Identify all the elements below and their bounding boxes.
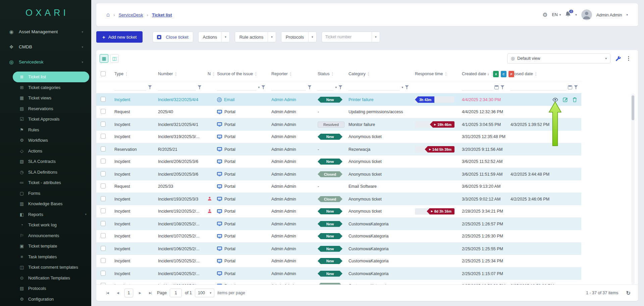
sidebar-item-sla-contracts[interactable]: ▧SLA Contracts [0,156,91,167]
ticket-row[interactable]: Request2025/33PortalAdmin Admin-Email So… [96,180,581,193]
filter-input-reporter[interactable] [271,84,306,91]
sidebar-section-servicedesk[interactable]: ◎Servicedesk▾ [0,54,91,70]
sidebar-item-ticket-approvals[interactable]: ☑Ticket Approvals [0,114,91,125]
chevron-down-icon[interactable]: ▾ [221,32,229,42]
sidebar-item-notification-templates[interactable]: ⊙Notification Templates [0,273,91,283]
row-checkbox[interactable] [101,146,106,151]
ticket-row[interactable]: IncydentIncident/319/2025/3/...PortalAdm… [96,131,581,143]
sidebar-item-ticket-list[interactable]: ≣Ticket list [13,72,89,82]
row-checkbox[interactable] [101,271,106,276]
chevron-down-icon[interactable]: ▾ [335,86,337,89]
ticket-row[interactable]: IncydentIncident/107/2025/2/...PortalAdm… [96,230,581,243]
calendar-icon[interactable] [494,85,499,89]
sidebar-item-ticket-categories[interactable]: ⊞Ticket categories [0,82,91,93]
select-all-checkbox[interactable] [101,71,106,76]
language-selector[interactable]: EN ▾ [552,12,561,17]
row-checkbox[interactable] [101,171,106,176]
filter-input-number[interactable] [158,84,196,91]
export-pdf-icon[interactable]: P [508,71,514,77]
filter-input-source-of-the-issue[interactable] [217,84,256,91]
filter-funnel-icon[interactable] [148,85,152,89]
ticket-row[interactable]: IncydentIncident/106/2025/2/...PortalAdm… [96,243,581,255]
column-menu-icon[interactable]: ⋮ [124,72,128,76]
edit-ticket-icon[interactable] [563,97,568,102]
ticket-row[interactable]: Request2025/40PortalAdmin Admin-Updating… [96,106,581,118]
breadcrumb-link-servicedesk[interactable]: ServiceDesk [119,12,143,17]
column-menu-icon[interactable]: ⋮ [367,72,371,76]
notifications-button[interactable]: 0 [565,11,571,18]
filter-input-type[interactable] [114,84,146,91]
row-checkbox[interactable] [101,196,106,201]
sidebar-item-announcements[interactable]: ⚐Announcements [0,230,91,241]
chevron-down-icon[interactable]: ▾ [268,32,276,42]
vertical-scrollbar[interactable] [631,93,635,285]
filter-funnel-icon[interactable] [198,85,202,89]
row-checkbox[interactable] [101,134,106,139]
ticket-row[interactable]: IncydentIncident/193/2025/3/3PortalAdmin… [96,193,581,205]
ticket-row[interactable]: IncydentIncident/322/2025/4/4@EmailAdmin… [96,93,581,106]
ticket-row[interactable]: ReservationR/2025/21PortalAdmin Admin-Re… [96,143,581,156]
column-menu-icon[interactable]: ⋮ [254,72,258,76]
more-options-icon[interactable]: ⋮ [626,55,631,61]
filter-input-created-date[interactable] [462,84,493,91]
column-menu-icon[interactable]: ⋮ [289,72,293,76]
row-checkbox[interactable] [101,122,106,127]
sidebar-item-ticket-attributes[interactable]: ≔Ticket - attributes [0,177,91,188]
row-checkbox[interactable] [101,183,106,188]
column-menu-icon[interactable]: ⋮ [534,72,538,76]
rule-actions-dropdown[interactable]: Rule actions ▾ [235,32,276,42]
sidebar-item-sla-definitions[interactable]: ◷SLA Definitions [0,167,91,178]
delete-ticket-icon[interactable] [573,97,577,102]
filter-funnel-icon[interactable] [261,85,265,89]
ticket-row[interactable]: IncydentIncident/192/2025/2/...PortalAdm… [96,205,581,218]
export-csv-icon[interactable]: C [501,71,506,77]
settings-gear-icon[interactable]: ⚙ [542,11,547,18]
sidebar-item-configuration[interactable]: ⚙Configuration [0,294,91,305]
current-page-button[interactable]: 1 [124,289,133,297]
chevron-down-icon[interactable]: ▾ [308,32,316,42]
default-view-dropdown[interactable]: ◎ Default view ▾ [507,53,610,63]
sidebar-item-protocols[interactable]: ▤Protocols [0,283,91,294]
user-avatar[interactable] [581,9,592,20]
row-checkbox[interactable] [101,109,106,114]
column-menu-icon[interactable]: ⋮ [212,72,214,76]
column-menu-icon[interactable]: ⋮ [330,72,334,76]
sort-descending-icon[interactable]: ↓ [487,72,489,76]
row-checkbox[interactable] [101,233,106,238]
items-per-page-select[interactable]: 100 ▾ [195,289,214,297]
sidebar-item-ticket-work-log[interactable]: ◔Ticket work log [0,220,91,230]
first-page-button[interactable]: |◀ [104,289,111,297]
previous-page-button[interactable]: ◀ [114,289,121,297]
sidebar-item-rules[interactable]: ⚑Rules [0,125,91,135]
ticket-row[interactable]: IncydentIncident/103/2025/2/...PortalAdm… [96,280,581,285]
scrollbar-thumb[interactable] [632,95,634,120]
row-checkbox[interactable] [101,159,106,164]
filter-input-closed-date[interactable] [511,84,566,91]
wrench-icon[interactable] [615,56,621,61]
ticket-row[interactable]: IncydentIncident/206/2025/3/6PortalAdmin… [96,156,581,168]
calendar-icon[interactable] [568,85,572,89]
sidebar-item-actions[interactable]: ◇Actions [0,146,91,157]
filter-funnel-icon[interactable] [405,85,409,89]
ticket-number-input[interactable] [322,35,372,39]
row-checkbox[interactable] [101,246,106,251]
row-checkbox[interactable] [101,258,106,263]
add-new-ticket-button[interactable]: + Add new ticket [96,31,143,43]
column-menu-icon[interactable]: ⋮ [444,72,448,76]
page-number-input[interactable] [170,289,182,297]
sidebar-item-workflows[interactable]: ⚙Workflows [0,135,91,146]
sidebar-item-ticket-comment-templates[interactable]: ◫Ticket comment templates [0,262,91,273]
filter-input-status[interactable] [318,84,333,91]
sidebar-item-reservations[interactable]: ▤Reservations [0,103,91,114]
ticket-row[interactable]: IncydentIncident/104/2025/2/...PortalAdm… [96,267,581,280]
row-checkbox[interactable] [101,97,106,102]
export-excel-icon[interactable]: X [493,71,499,77]
chevron-down-icon[interactable]: ▾ [372,32,380,42]
row-checkbox[interactable] [101,208,106,213]
home-icon[interactable]: ⌂ [106,11,110,18]
next-page-button[interactable]: ▶ [136,289,144,297]
filter-funnel-icon[interactable] [308,85,312,89]
ticket-row[interactable]: IncydentIncident/108/2025/2/...PortalAdm… [96,218,581,230]
ticket-row[interactable]: IncydentIncident/105/2025/2/...PortalAdm… [96,255,581,267]
breadcrumb-link-ticket-list[interactable]: Ticket list [152,12,172,17]
